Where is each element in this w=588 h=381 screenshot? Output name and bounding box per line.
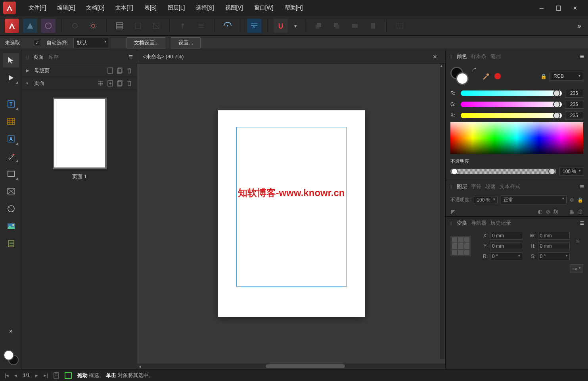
history-tab[interactable]: 历史记录 <box>490 219 511 227</box>
close-button[interactable]: ✕ <box>571 4 579 12</box>
place-image-tool[interactable] <box>3 219 19 233</box>
menu-window[interactable]: 窗口[W] <box>249 0 279 16</box>
text-frame-button[interactable] <box>131 19 145 33</box>
more-tools-button[interactable]: » <box>3 324 19 338</box>
align-dropdown[interactable]: ▫◂ <box>570 264 583 273</box>
clip-button[interactable] <box>149 19 163 33</box>
arrange3-button[interactable] <box>348 19 362 33</box>
delete-page-icon[interactable] <box>126 80 133 87</box>
swap-colors-icon[interactable] <box>472 67 477 73</box>
stock-tab[interactable]: 库存 <box>48 53 59 62</box>
layers-tab[interactable]: 图层 <box>457 183 467 190</box>
expand-icon[interactable]: ▶ <box>26 68 31 73</box>
add-master-icon[interactable] <box>107 67 114 74</box>
preflight-button[interactable] <box>68 19 82 33</box>
menu-view[interactable]: 视图[V] <box>220 0 249 16</box>
text-frame-tool[interactable]: T <box>3 97 19 111</box>
node-tool[interactable] <box>3 71 19 85</box>
color-panel-menu-button[interactable]: ≡ <box>580 52 584 61</box>
persona-designer[interactable] <box>23 19 37 33</box>
toolbar-overflow-button[interactable]: » <box>577 22 583 30</box>
text-align-button[interactable]: A <box>247 19 261 33</box>
lock-icon[interactable]: 🔒 <box>577 197 583 203</box>
horizontal-scrollbar[interactable]: ◂ <box>137 364 445 369</box>
delete-master-icon[interactable] <box>126 67 133 74</box>
menu-file[interactable]: 文件[F] <box>23 0 52 16</box>
preflight-status-icon[interactable] <box>65 372 72 379</box>
pages-tab[interactable]: 页面 <box>33 53 44 62</box>
b-value-input[interactable]: 235 <box>565 111 583 120</box>
delete-layer-icon[interactable]: 🗑 <box>578 208 583 215</box>
snap-button[interactable] <box>274 19 288 33</box>
character-tab[interactable]: 字符 <box>471 183 481 190</box>
next-page-button[interactable]: ▸ <box>35 372 38 378</box>
color-well[interactable] <box>4 350 19 365</box>
gear-icon[interactable]: ⚙ <box>570 197 574 203</box>
panel-grip-icon[interactable]: || <box>450 54 453 59</box>
collapse-icon[interactable]: ▾ <box>26 81 31 85</box>
panel-grip-icon[interactable]: || <box>26 55 29 60</box>
maximize-button[interactable] <box>554 4 562 12</box>
h-input[interactable]: 0 mm <box>538 242 570 250</box>
last-page-button[interactable]: ▸| <box>44 372 48 378</box>
slider-thumb[interactable] <box>553 112 560 119</box>
snap-options-button[interactable]: ▾ <box>292 19 299 33</box>
move-tool[interactable] <box>3 53 19 67</box>
group-button[interactable] <box>393 19 407 33</box>
layers-panel-menu-button[interactable]: ≡ <box>580 183 584 191</box>
document-settings-button[interactable]: 文档设置... <box>126 37 167 48</box>
effects-icon[interactable]: fx <box>554 208 558 215</box>
rectangle-tool[interactable] <box>3 167 19 181</box>
arrange1-button[interactable] <box>311 19 326 33</box>
artistic-text-tool[interactable]: A <box>3 132 19 146</box>
menu-layer[interactable]: 图层[L] <box>162 0 191 16</box>
spread-view-icon[interactable] <box>54 372 59 379</box>
scrollbar-thumb[interactable] <box>266 364 345 368</box>
g-value-input[interactable]: 235 <box>565 100 583 109</box>
textstyles-tab[interactable]: 文本样式 <box>500 183 520 190</box>
blend-mode-dropdown[interactable]: 正常 <box>501 195 567 204</box>
w-input[interactable]: 0 mm <box>538 232 570 240</box>
menu-edit[interactable]: 编辑[E] <box>52 0 80 16</box>
wrap-button[interactable] <box>220 19 235 33</box>
slider-thumb[interactable] <box>553 90 560 97</box>
first-page-button[interactable]: |◂ <box>5 372 9 378</box>
paragraph-tab[interactable]: 段落 <box>485 183 496 190</box>
arrange4-button[interactable] <box>366 19 380 33</box>
link-wh-icon[interactable]: ⎘ <box>572 238 583 244</box>
prev-page-button[interactable]: ◂ <box>14 372 17 378</box>
minimize-button[interactable]: ─ <box>538 4 546 12</box>
table-tool[interactable] <box>3 114 19 129</box>
vertical-scrollbar[interactable] <box>440 64 444 359</box>
menu-select[interactable]: 选择[S] <box>190 0 219 16</box>
transform-tab[interactable]: 变换 <box>457 219 467 227</box>
g-slider[interactable] <box>461 102 562 107</box>
picked-color-swatch[interactable] <box>494 73 501 80</box>
fill-color-well[interactable] <box>4 350 14 360</box>
r-slider[interactable] <box>461 90 562 96</box>
transform-panel-menu-button[interactable]: ≡ <box>580 219 584 227</box>
menu-table[interactable]: 表[B] <box>139 0 162 16</box>
x-input[interactable]: 0 mm <box>490 232 522 240</box>
add-layer-icon[interactable]: ▦ <box>569 208 575 215</box>
opacity-start-thumb[interactable] <box>451 168 458 175</box>
arrange2-button[interactable] <box>329 19 344 33</box>
color-panel-well[interactable] <box>450 67 469 86</box>
eyedropper-icon[interactable] <box>481 72 490 81</box>
panel-grip-icon[interactable]: || <box>450 221 453 225</box>
stroke-tab[interactable]: 笔画 <box>490 53 501 60</box>
picture-frame-tool[interactable] <box>3 184 19 198</box>
add-page-icon[interactable] <box>107 80 114 87</box>
pen-tool[interactable] <box>3 149 19 164</box>
autoselect-mode-dropdown[interactable]: 默认 <box>73 38 109 48</box>
menu-text[interactable]: 文本[T] <box>110 0 138 16</box>
document-tab-title[interactable]: <未命名> (30.7%) <box>143 53 184 60</box>
pages-panel-menu-button[interactable]: ≡ <box>128 53 133 61</box>
color-tab[interactable]: 颜色 <box>457 53 467 60</box>
menu-document[interactable]: 文档[D] <box>80 0 110 16</box>
y-input[interactable]: 0 mm <box>490 242 522 250</box>
swatches-tab[interactable]: 样本条 <box>471 53 486 60</box>
master-pages-row[interactable]: ▶ 母版页 <box>22 64 137 77</box>
ellipse-tool[interactable] <box>3 202 19 216</box>
baseline-grid-button[interactable] <box>113 19 127 33</box>
